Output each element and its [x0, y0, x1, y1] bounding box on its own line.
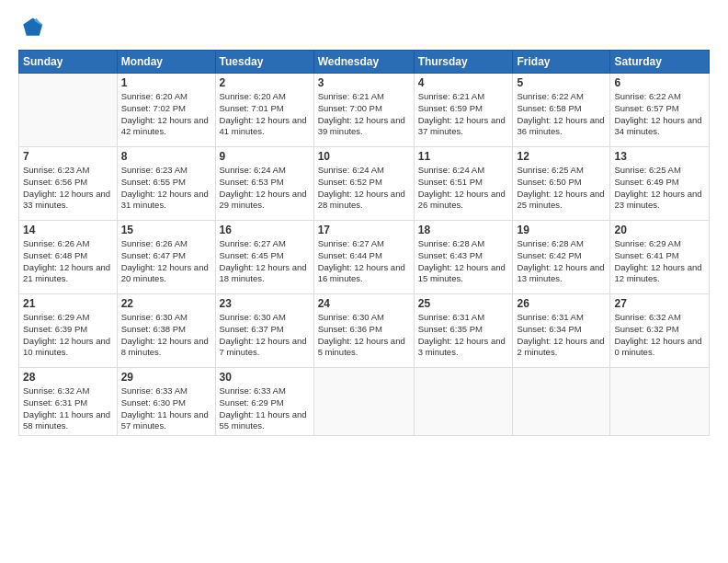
cell-info: Sunrise: 6:27 AMSunset: 6:45 PMDaylight:…	[220, 238, 310, 285]
day-number: 25	[418, 297, 509, 310]
calendar-cell: 22Sunrise: 6:30 AMSunset: 6:38 PMDayligh…	[117, 294, 215, 368]
day-number: 15	[121, 224, 211, 236]
day-number: 8	[121, 150, 211, 163]
day-number: 27	[614, 297, 705, 310]
calendar-cell: 11Sunrise: 6:24 AMSunset: 6:51 PMDayligh…	[414, 147, 513, 221]
calendar-cell: 15Sunrise: 6:26 AMSunset: 6:47 PMDayligh…	[117, 221, 215, 294]
cell-info: Sunrise: 6:22 AMSunset: 6:58 PMDaylight:…	[517, 91, 606, 138]
cell-info: Sunrise: 6:24 AMSunset: 6:53 PMDaylight:…	[220, 165, 310, 212]
calendar-week-2: 7Sunrise: 6:23 AMSunset: 6:56 PMDaylight…	[19, 147, 710, 221]
calendar-cell: 4Sunrise: 6:21 AMSunset: 6:59 PMDaylight…	[414, 74, 513, 147]
logo-icon	[18, 15, 44, 40]
calendar-cell: 1Sunrise: 6:20 AMSunset: 7:02 PMDaylight…	[117, 74, 215, 147]
cell-info: Sunrise: 6:24 AMSunset: 6:51 PMDaylight:…	[418, 165, 509, 212]
calendar-week-5: 28Sunrise: 6:32 AMSunset: 6:31 PMDayligh…	[19, 368, 710, 436]
calendar-cell: 25Sunrise: 6:31 AMSunset: 6:35 PMDayligh…	[414, 294, 513, 368]
cell-info: Sunrise: 6:26 AMSunset: 6:47 PMDaylight:…	[121, 238, 211, 285]
day-number: 5	[517, 76, 606, 89]
svg-marker-0	[23, 18, 42, 36]
calendar-cell: 8Sunrise: 6:23 AMSunset: 6:55 PMDaylight…	[117, 147, 215, 221]
day-number: 17	[318, 224, 410, 236]
calendar-body: 1Sunrise: 6:20 AMSunset: 7:02 PMDaylight…	[19, 74, 710, 436]
calendar-cell: 5Sunrise: 6:22 AMSunset: 6:58 PMDaylight…	[513, 74, 610, 147]
cell-info: Sunrise: 6:20 AMSunset: 7:01 PMDaylight:…	[220, 91, 310, 138]
calendar-cell	[19, 74, 118, 147]
day-number: 16	[220, 224, 310, 236]
calendar-cell: 24Sunrise: 6:30 AMSunset: 6:36 PMDayligh…	[313, 294, 414, 368]
day-number: 21	[23, 297, 113, 310]
day-number: 12	[517, 150, 606, 163]
logo	[18, 15, 48, 40]
calendar-week-1: 1Sunrise: 6:20 AMSunset: 7:02 PMDaylight…	[19, 74, 710, 147]
weekday-header-friday: Friday	[513, 51, 610, 74]
calendar-cell	[513, 368, 610, 436]
cell-info: Sunrise: 6:28 AMSunset: 6:43 PMDaylight:…	[418, 238, 509, 285]
calendar-cell: 19Sunrise: 6:28 AMSunset: 6:42 PMDayligh…	[513, 221, 610, 294]
calendar-cell: 26Sunrise: 6:31 AMSunset: 6:34 PMDayligh…	[513, 294, 610, 368]
calendar-cell: 27Sunrise: 6:32 AMSunset: 6:32 PMDayligh…	[610, 294, 710, 368]
cell-info: Sunrise: 6:29 AMSunset: 6:41 PMDaylight:…	[614, 238, 705, 285]
day-number: 9	[220, 150, 310, 163]
day-number: 19	[517, 224, 606, 236]
calendar-table: SundayMondayTuesdayWednesdayThursdayFrid…	[18, 50, 710, 436]
cell-info: Sunrise: 6:23 AMSunset: 6:56 PMDaylight:…	[23, 165, 113, 212]
cell-info: Sunrise: 6:33 AMSunset: 6:29 PMDaylight:…	[220, 385, 310, 432]
day-number: 7	[23, 150, 113, 163]
day-number: 26	[517, 297, 606, 310]
day-number: 6	[614, 76, 705, 89]
calendar-cell: 2Sunrise: 6:20 AMSunset: 7:01 PMDaylight…	[215, 74, 313, 147]
calendar-cell: 29Sunrise: 6:33 AMSunset: 6:30 PMDayligh…	[117, 368, 215, 436]
calendar-cell: 21Sunrise: 6:29 AMSunset: 6:39 PMDayligh…	[19, 294, 118, 368]
calendar-cell	[610, 368, 710, 436]
calendar-cell: 16Sunrise: 6:27 AMSunset: 6:45 PMDayligh…	[215, 221, 313, 294]
day-number: 23	[220, 297, 310, 310]
cell-info: Sunrise: 6:28 AMSunset: 6:42 PMDaylight:…	[517, 238, 606, 285]
page-header	[18, 15, 710, 40]
cell-info: Sunrise: 6:30 AMSunset: 6:37 PMDaylight:…	[220, 312, 310, 359]
day-number: 30	[220, 371, 310, 384]
cell-info: Sunrise: 6:20 AMSunset: 7:02 PMDaylight:…	[121, 91, 211, 138]
day-number: 10	[318, 150, 410, 163]
day-number: 1	[121, 76, 211, 89]
calendar-cell: 3Sunrise: 6:21 AMSunset: 7:00 PMDaylight…	[313, 74, 414, 147]
weekday-header-thursday: Thursday	[414, 51, 513, 74]
calendar-cell: 30Sunrise: 6:33 AMSunset: 6:29 PMDayligh…	[215, 368, 313, 436]
cell-info: Sunrise: 6:32 AMSunset: 6:31 PMDaylight:…	[23, 385, 113, 432]
calendar-cell: 7Sunrise: 6:23 AMSunset: 6:56 PMDaylight…	[19, 147, 118, 221]
day-number: 11	[418, 150, 509, 163]
day-number: 2	[220, 76, 310, 89]
day-number: 22	[121, 297, 211, 310]
day-number: 13	[614, 150, 705, 163]
calendar-cell: 23Sunrise: 6:30 AMSunset: 6:37 PMDayligh…	[215, 294, 313, 368]
cell-info: Sunrise: 6:22 AMSunset: 6:57 PMDaylight:…	[614, 91, 705, 138]
calendar-cell: 20Sunrise: 6:29 AMSunset: 6:41 PMDayligh…	[610, 221, 710, 294]
calendar-cell: 28Sunrise: 6:32 AMSunset: 6:31 PMDayligh…	[19, 368, 118, 436]
cell-info: Sunrise: 6:30 AMSunset: 6:38 PMDaylight:…	[121, 312, 211, 359]
cell-info: Sunrise: 6:32 AMSunset: 6:32 PMDaylight:…	[614, 312, 705, 359]
day-number: 18	[418, 224, 509, 236]
cell-info: Sunrise: 6:23 AMSunset: 6:55 PMDaylight:…	[121, 165, 211, 212]
day-number: 24	[318, 297, 410, 310]
day-number: 3	[318, 76, 410, 89]
calendar-cell: 6Sunrise: 6:22 AMSunset: 6:57 PMDaylight…	[610, 74, 710, 147]
weekday-header-monday: Monday	[117, 51, 215, 74]
weekday-header-sunday: Sunday	[19, 51, 118, 74]
cell-info: Sunrise: 6:27 AMSunset: 6:44 PMDaylight:…	[318, 238, 410, 285]
day-number: 20	[614, 224, 705, 236]
weekday-header-wednesday: Wednesday	[313, 51, 414, 74]
calendar-cell: 13Sunrise: 6:25 AMSunset: 6:49 PMDayligh…	[610, 147, 710, 221]
calendar-header-row: SundayMondayTuesdayWednesdayThursdayFrid…	[19, 51, 710, 74]
day-number: 28	[23, 371, 113, 384]
cell-info: Sunrise: 6:31 AMSunset: 6:35 PMDaylight:…	[418, 312, 509, 359]
calendar-week-4: 21Sunrise: 6:29 AMSunset: 6:39 PMDayligh…	[19, 294, 710, 368]
cell-info: Sunrise: 6:29 AMSunset: 6:39 PMDaylight:…	[23, 312, 113, 359]
cell-info: Sunrise: 6:25 AMSunset: 6:49 PMDaylight:…	[614, 165, 705, 212]
day-number: 29	[121, 371, 211, 384]
cell-info: Sunrise: 6:25 AMSunset: 6:50 PMDaylight:…	[517, 165, 606, 212]
calendar-cell: 9Sunrise: 6:24 AMSunset: 6:53 PMDaylight…	[215, 147, 313, 221]
cell-info: Sunrise: 6:26 AMSunset: 6:48 PMDaylight:…	[23, 238, 113, 285]
cell-info: Sunrise: 6:21 AMSunset: 6:59 PMDaylight:…	[418, 91, 509, 138]
cell-info: Sunrise: 6:33 AMSunset: 6:30 PMDaylight:…	[121, 385, 211, 432]
calendar-cell: 14Sunrise: 6:26 AMSunset: 6:48 PMDayligh…	[19, 221, 118, 294]
calendar-week-3: 14Sunrise: 6:26 AMSunset: 6:48 PMDayligh…	[19, 221, 710, 294]
